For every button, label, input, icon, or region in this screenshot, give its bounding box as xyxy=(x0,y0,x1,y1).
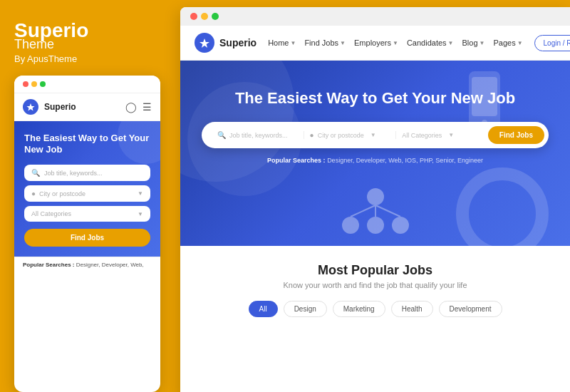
mobile-search-placeholder: Job title, keywords... xyxy=(44,170,103,177)
popular-label: Popular Searches : xyxy=(267,157,326,164)
menu-icon: ☰ xyxy=(142,101,152,113)
filter-marketing[interactable]: Marketing xyxy=(333,301,385,317)
mobile-location-left: ● City or postcode xyxy=(31,190,86,197)
jobs-filters: All Design Marketing Health Development xyxy=(202,301,549,317)
mobile-hero-title: The Easiest Way to Get Your New Job xyxy=(24,133,150,157)
jobs-section-subtitle: Know your worth and find the job that qu… xyxy=(202,281,549,289)
hero-title: The Easiest Way to Get Your New Job xyxy=(235,89,515,108)
svg-line-9 xyxy=(375,205,400,217)
browser-window: Superio Home ▼ Find Jobs ▼ Employers ▼ C… xyxy=(180,7,570,392)
search-keyword-section[interactable]: 🔍 Job title, keywords... xyxy=(212,131,304,139)
mobile-search-box[interactable]: 🔍 Job title, keywords... xyxy=(24,165,150,181)
mobile-nav: Superio ◯ ☰ xyxy=(14,93,160,121)
browser-window-dots xyxy=(190,13,219,20)
browser-topbar xyxy=(180,7,570,26)
mobile-popular-searches: Popular Searches : Designer, Developer, … xyxy=(14,257,160,272)
search-keyword-icon: 🔍 xyxy=(217,131,226,139)
search-location-icon: ● xyxy=(310,131,314,139)
nav-pages[interactable]: Pages ▼ xyxy=(493,38,522,47)
theme-by: By ApusTheme xyxy=(14,53,160,64)
mobile-logo-icon xyxy=(23,99,38,115)
mobile-location-icon: ● xyxy=(31,190,36,197)
filter-health[interactable]: Health xyxy=(391,301,433,317)
filter-development[interactable]: Development xyxy=(439,301,502,317)
mobile-location-placeholder: City or postcode xyxy=(39,190,86,197)
mobile-category-arrow: ▼ xyxy=(138,211,143,217)
mobile-card-topbar xyxy=(14,76,160,93)
browser-dot-green xyxy=(212,13,219,20)
svg-point-3 xyxy=(367,188,384,205)
hero-popular-searches: Popular Searches : Designer, Developer, … xyxy=(267,157,483,164)
mobile-logo-text: Superio xyxy=(44,102,120,112)
browser-dot-yellow xyxy=(201,13,208,20)
mobile-find-jobs-button[interactable]: Find Jobs xyxy=(24,229,150,247)
svg-point-4 xyxy=(342,217,359,234)
hero-org-chart xyxy=(333,186,418,239)
search-location-placeholder: City or postcode xyxy=(318,132,364,139)
popular-tags: Designer, Developer, Web, IOS, PHP, Seni… xyxy=(327,157,483,164)
find-jobs-button[interactable]: Find Jobs xyxy=(488,126,544,144)
nav-find-jobs[interactable]: Find Jobs ▼ xyxy=(304,38,346,47)
location-caret: ▼ xyxy=(370,132,376,138)
svg-line-7 xyxy=(351,205,375,217)
mobile-category-box[interactable]: All Categories ▼ xyxy=(24,206,150,222)
jobs-section-title: Most Popular Jobs xyxy=(202,263,549,278)
left-panel: Superio Theme By ApusTheme Superio ◯ ☰ xyxy=(0,0,175,392)
mobile-popular-tags: Designer, Developer, Web, xyxy=(76,262,144,268)
mobile-nav-icons: ◯ ☰ xyxy=(125,101,152,113)
dot-red xyxy=(23,81,28,87)
mobile-search-icon: 🔍 xyxy=(31,169,40,177)
site-nav-actions: Login / Register Add Job xyxy=(534,35,570,51)
category-caret: ▼ xyxy=(448,132,454,138)
search-location-section[interactable]: ● City or postcode ▼ xyxy=(304,131,397,139)
dot-yellow xyxy=(31,81,37,87)
site-logo-text: Superio xyxy=(219,37,256,48)
user-icon: ◯ xyxy=(125,101,137,113)
search-category-section[interactable]: All Categories ▼ xyxy=(396,132,488,139)
filter-all[interactable]: All xyxy=(249,301,278,317)
site-nav-links: Home ▼ Find Jobs ▼ Employers ▼ Candidate… xyxy=(268,38,522,47)
mobile-window-dots xyxy=(23,81,46,87)
site-logo-icon xyxy=(195,33,214,53)
mobile-location-box[interactable]: ● City or postcode ▼ xyxy=(24,185,150,202)
filter-design[interactable]: Design xyxy=(284,301,327,317)
nav-candidates[interactable]: Candidates ▼ xyxy=(407,38,454,47)
svg-point-5 xyxy=(367,217,384,234)
mobile-dropdown-arrow: ▼ xyxy=(138,190,143,197)
nav-employers[interactable]: Employers ▼ xyxy=(354,38,398,47)
search-category-placeholder: All Categories xyxy=(402,132,442,139)
site-logo: Superio xyxy=(195,33,256,53)
mobile-hero: The Easiest Way to Get Your New Job 🔍 Jo… xyxy=(14,121,160,257)
dot-green xyxy=(40,81,46,87)
site-hero: The Easiest Way to Get Your New Job 🔍 Jo… xyxy=(180,61,570,246)
nav-blog[interactable]: Blog ▼ xyxy=(462,38,484,47)
hero-magnifier-decoration xyxy=(456,167,549,246)
mobile-popular-label: Popular Searches : xyxy=(23,262,74,268)
login-register-button[interactable]: Login / Register xyxy=(534,35,570,51)
jobs-section: Most Popular Jobs Know your worth and fi… xyxy=(180,246,570,334)
site-nav: Superio Home ▼ Find Jobs ▼ Employers ▼ C… xyxy=(180,26,570,61)
mobile-category-text: All Categories xyxy=(31,210,71,217)
nav-home[interactable]: Home ▼ xyxy=(268,38,296,47)
search-keyword-placeholder: Job title, keywords... xyxy=(229,132,288,139)
hero-search-bar[interactable]: 🔍 Job title, keywords... ● City or postc… xyxy=(202,122,549,148)
mobile-preview-card: Superio ◯ ☰ The Easiest Way to Get Your … xyxy=(14,76,160,392)
browser-content: Superio Home ▼ Find Jobs ▼ Employers ▼ C… xyxy=(180,26,570,392)
browser-dot-red xyxy=(190,13,197,20)
svg-point-6 xyxy=(392,217,409,234)
